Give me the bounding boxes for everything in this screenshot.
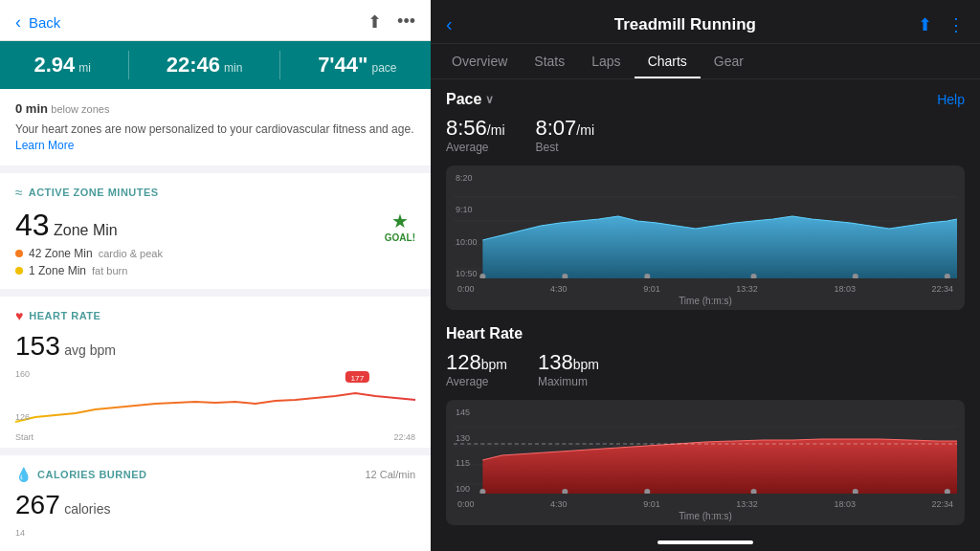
- hr-xtick-5: 22:34: [931, 499, 953, 509]
- hr-y-3: 115: [456, 458, 470, 468]
- svg-marker-18: [482, 439, 957, 494]
- left-content: 0 min below zones Your heart zones are n…: [0, 89, 431, 551]
- tab-charts[interactable]: Charts: [635, 44, 701, 78]
- tab-gear[interactable]: Gear: [701, 44, 757, 78]
- hr-y-1: 145: [456, 408, 470, 417]
- cal-title: CALORIES BURNED: [37, 469, 146, 480]
- cal-value: 267: [15, 490, 60, 519]
- more-icon[interactable]: •••: [397, 11, 415, 33]
- back-chevron-icon: ‹: [15, 12, 21, 33]
- pace-y-3: 10:00: [456, 237, 478, 247]
- svg-text:177: 177: [350, 374, 364, 383]
- right-panel: ‹ Treadmill Running ⬆ ⋮ Overview Stats L…: [431, 0, 980, 551]
- share-icon[interactable]: ⬆: [368, 11, 382, 33]
- right-header-actions: ⬆ ⋮: [918, 14, 965, 35]
- hr-max-stat: 138bpm Maximum: [538, 350, 599, 388]
- back-button[interactable]: Back: [29, 14, 60, 31]
- pace-xtick-5: 22:34: [931, 284, 953, 294]
- pace-chart-section: Pace ∨ Help 8:56/mi Average 8:07/mi Best: [446, 91, 965, 310]
- hr-chart-header: Heart Rate: [446, 325, 965, 342]
- hr-chart: 177 Start 22:48 160 126: [15, 369, 415, 436]
- heart-rate-section: ♥ HEART RATE 153 avg bpm: [0, 297, 431, 448]
- pace-xtick-4: 18:03: [834, 284, 856, 294]
- azm-fatburn-label: fat burn: [92, 265, 127, 276]
- hr-max-label: Maximum: [538, 375, 599, 388]
- azm-icon: ≈: [15, 185, 23, 200]
- hr-stats-row: 128bpm Average 138bpm Maximum: [446, 350, 965, 388]
- hr-x-ticks: 0:00 4:30 9:01 13:32 18:03 22:34: [454, 499, 957, 509]
- hr-unit: avg bpm: [64, 342, 116, 358]
- azm-detail-fatburn: 1 Zone Min fat burn: [15, 264, 415, 277]
- hr-avg-label: Average: [446, 375, 507, 388]
- duration-unit: min: [224, 61, 242, 75]
- pace-stat: 7'44" pace: [318, 53, 396, 77]
- pace-average-stat: 8:56/mi Average: [446, 116, 505, 154]
- bottom-indicator-right: [657, 540, 753, 544]
- learn-more-link[interactable]: Learn More: [15, 139, 74, 152]
- duration-stat: 22:46 min: [167, 53, 243, 77]
- pace-best-value: 8:07/mi: [536, 116, 595, 141]
- hr-xtick-0: 0:00: [457, 499, 475, 509]
- stat-divider-1: [128, 51, 129, 79]
- cal-y-top: 14: [15, 528, 25, 538]
- pace-x-axis-label: Time (h:m:s): [454, 296, 957, 306]
- heart-zones-section: 0 min below zones Your heart zones are n…: [0, 89, 431, 165]
- cal-header: 💧 CALORIES BURNED 12 Cal/min: [15, 467, 415, 482]
- azm-cardio-value: 42 Zone Min: [29, 247, 93, 260]
- hr-x-axis-label: Time (h:m:s): [454, 511, 957, 521]
- azm-value: 43: [15, 208, 50, 242]
- left-header-actions: ⬆ •••: [368, 11, 415, 33]
- tab-overview[interactable]: Overview: [438, 44, 521, 78]
- hr-right-chart-section: Heart Rate 128bpm Average 138bpm Maximum: [446, 325, 965, 525]
- azm-cardio-label: cardio & peak: [99, 248, 163, 259]
- zones-sub: below zones: [51, 103, 109, 115]
- pace-y-1: 8:20: [456, 173, 478, 183]
- left-panel: ‹ Back ⬆ ••• 2.94 mi 22:46 min 7'44" pac…: [0, 0, 431, 551]
- pace-avg-label: Average: [446, 141, 505, 154]
- cal-chart-svg: [15, 536, 415, 551]
- hr-title: HEART RATE: [29, 310, 100, 321]
- azm-section: ≈ ACTIVE ZONE MINUTES 43 Zone Min ★ GOAL…: [0, 173, 431, 289]
- pace-y-2: 9:10: [456, 205, 478, 214]
- azm-header: ≈ ACTIVE ZONE MINUTES: [15, 185, 415, 200]
- pace-xtick-3: 13:32: [736, 284, 758, 294]
- azm-detail-cardio: 42 Zone Min cardio & peak: [15, 247, 415, 260]
- calories-icon: 💧: [15, 467, 32, 482]
- azm-title: ACTIVE ZONE MINUTES: [29, 187, 159, 198]
- pace-best-label: Best: [536, 141, 595, 154]
- cal-unit: calories: [64, 501, 110, 517]
- hr-y-2: 130: [456, 433, 470, 443]
- pace-unit: pace: [372, 61, 397, 75]
- right-share-icon[interactable]: ⬆: [918, 14, 932, 35]
- pace-chart-container: 8:20 9:10 10:00 10:50: [446, 165, 965, 310]
- pace-dropdown-icon[interactable]: ∨: [485, 93, 494, 106]
- stats-bar: 2.94 mi 22:46 min 7'44" pace: [0, 41, 431, 89]
- hr-value: 153: [15, 331, 60, 361]
- right-more-icon[interactable]: ⋮: [947, 14, 965, 35]
- hr-y-bottom: 126: [15, 412, 30, 422]
- hr-max-value: 138bpm: [538, 350, 599, 375]
- pace-help-button[interactable]: Help: [937, 92, 965, 107]
- pace-chart-header: Pace ∨ Help: [446, 91, 965, 108]
- hr-header: ♥ HEART RATE: [15, 308, 415, 323]
- pace-y-4: 10:50: [456, 269, 478, 278]
- azm-fatburn-value: 1 Zone Min: [29, 264, 86, 277]
- hr-xtick-2: 9:01: [643, 499, 660, 509]
- calories-section: 💧 CALORIES BURNED 12 Cal/min 267 calorie…: [0, 455, 431, 551]
- cal-chart: 14 7 Start 22:46: [15, 528, 415, 551]
- hr-avg-value: 128bpm: [446, 350, 507, 375]
- tab-laps[interactable]: Laps: [578, 44, 634, 78]
- distance-stat: 2.94 mi: [33, 53, 91, 77]
- right-title: Treadmill Running: [614, 15, 756, 34]
- right-back-button[interactable]: ‹: [446, 13, 453, 35]
- tab-stats[interactable]: Stats: [521, 44, 578, 78]
- stat-divider-2: [279, 51, 280, 79]
- fatburn-dot: [15, 267, 23, 275]
- right-content: Pace ∨ Help 8:56/mi Average 8:07/mi Best: [431, 79, 980, 551]
- hr-end-label: 22:48: [393, 432, 415, 442]
- pace-value: 7'44": [318, 53, 368, 77]
- goal-label: GOAL!: [385, 232, 415, 243]
- goal-star-icon: ★: [385, 209, 415, 232]
- right-header: ‹ Treadmill Running ⬆ ⋮: [431, 0, 980, 44]
- hr-right-chart-svg: [454, 408, 957, 494]
